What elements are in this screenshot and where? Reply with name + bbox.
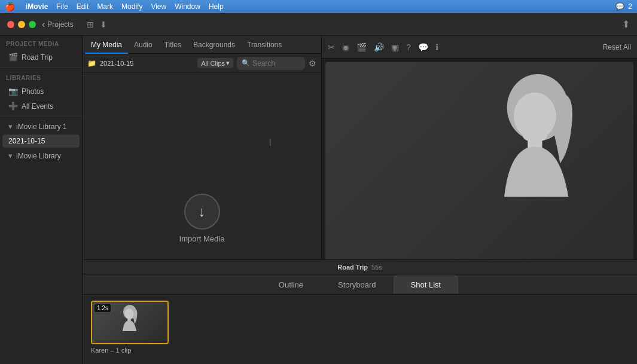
title-bar-icons: ⊞ ⬇ xyxy=(87,20,107,29)
tab-titles[interactable]: Titles xyxy=(159,36,187,54)
menu-view[interactable]: View xyxy=(151,2,166,11)
sidebar-divider-2 xyxy=(0,116,82,117)
sidebar-item-date[interactable]: 2021-10-15 xyxy=(2,134,80,148)
title-bar: Projects ⊞ ⬇ ⬆ xyxy=(0,13,637,36)
search-box[interactable]: 🔍 xyxy=(237,57,305,70)
reset-all-button[interactable]: Reset All xyxy=(603,43,631,51)
menu-window[interactable]: Window xyxy=(175,2,200,11)
sidebar-item-road-trip[interactable]: 🎬 Road Trip xyxy=(2,50,80,64)
photos-label: Photos xyxy=(22,87,44,96)
clip-item: 1.2s Karen – 1 clip xyxy=(91,301,169,354)
notification-icon: 💬 xyxy=(615,2,624,11)
tab-shot-list[interactable]: Shot List xyxy=(394,276,459,293)
clip-icon[interactable]: 🎬 xyxy=(356,42,367,52)
chevron-right-icon: ▾ xyxy=(8,151,13,160)
menu-bar: 🍎 iMovie File Edit Mark Modify View Wind… xyxy=(0,0,637,13)
tab-backgrounds[interactable]: Backgrounds xyxy=(187,36,241,54)
apple-icon[interactable]: 🍎 xyxy=(5,2,15,11)
media-tab-bar: My Media Audio Titles Backgrounds Transi… xyxy=(83,36,321,54)
media-toolbar: 📁 2021-10-15 All Clips ▾ 🔍 ⚙ xyxy=(83,54,321,73)
sidebar-item-imovie-library[interactable]: ▾ iMovie Library xyxy=(2,149,80,163)
menu-help[interactable]: Help xyxy=(209,2,224,11)
character-silhouette xyxy=(478,74,598,241)
libraries-label: LIBRARIES xyxy=(0,70,82,84)
projects-label: Projects xyxy=(47,20,73,29)
question-icon[interactable]: ? xyxy=(406,42,411,52)
photos-icon: 📷 xyxy=(8,87,18,96)
sidebar-divider-1 xyxy=(0,67,82,68)
maximize-button[interactable] xyxy=(29,21,36,28)
project-label-bar: Road Trip 55s xyxy=(83,260,637,274)
project-duration: 55s xyxy=(371,264,382,271)
project-name: Road Trip xyxy=(337,264,368,271)
tab-my-media[interactable]: My Media xyxy=(85,36,128,54)
all-events-label: All Events xyxy=(22,102,53,111)
menu-mark[interactable]: Mark xyxy=(97,2,113,11)
share-icon[interactable]: ⬆ xyxy=(622,19,630,30)
date-label: 2021-10-15 xyxy=(8,137,45,145)
import-icon[interactable]: ⬇ xyxy=(100,20,107,29)
tab-storyboard[interactable]: Storyboard xyxy=(321,276,394,293)
bottom-section: Road Trip 55s Outline Storyboard Shot Li… xyxy=(83,259,637,364)
clip-time-badge: 1.2s xyxy=(95,304,111,312)
menu-right: 💬 2 xyxy=(615,2,632,11)
project-media-label: PROJECT MEDIA xyxy=(0,36,82,50)
clip-selector-chevron: ▾ xyxy=(226,59,230,67)
events-icon: ➕ xyxy=(8,102,18,111)
film-icon: 🎬 xyxy=(8,53,18,62)
chevron-down-icon: ▾ xyxy=(8,122,13,131)
close-button[interactable] xyxy=(7,21,14,28)
gear-icon[interactable]: ⚙ xyxy=(309,59,316,68)
crop-icon[interactable]: ✂ xyxy=(328,42,335,52)
menu-file[interactable]: File xyxy=(56,2,68,11)
tab-transitions[interactable]: Transitions xyxy=(241,36,288,54)
sidebar-item-imovie-library-1[interactable]: ▾ iMovie Library 1 xyxy=(2,120,80,133)
cursor-position: | xyxy=(269,137,271,146)
imovie-library-1-label: iMovie Library 1 xyxy=(16,123,67,131)
clip-selector-label: All Clips xyxy=(201,60,225,67)
import-media-button[interactable]: ↓ Import Media xyxy=(179,194,225,243)
clip-label: Karen – 1 clip xyxy=(91,347,131,354)
svg-point-5 xyxy=(124,308,133,319)
media-date: 2021-10-15 xyxy=(100,60,133,67)
imovie-library-label: iMovie Library xyxy=(16,152,61,160)
notification-count: 2 xyxy=(628,2,632,11)
folder-icon: 📁 xyxy=(87,59,96,68)
clip-selector[interactable]: All Clips ▾ xyxy=(197,58,233,68)
minimize-button[interactable] xyxy=(18,21,25,28)
timeline-area: 1.2s Karen – 1 clip xyxy=(83,295,637,364)
volume-icon[interactable]: 🔊 xyxy=(374,42,384,52)
import-arrow-icon: ↓ xyxy=(199,203,206,220)
magic-icon[interactable]: ◉ xyxy=(342,42,349,52)
sidebar-item-photos[interactable]: 📷 Photos xyxy=(2,84,80,98)
search-icon: 🔍 xyxy=(242,59,250,67)
projects-button[interactable]: Projects xyxy=(42,19,74,30)
speech-icon[interactable]: 💬 xyxy=(418,42,428,52)
bars-icon[interactable]: ▦ xyxy=(391,42,399,52)
info-icon[interactable]: ℹ xyxy=(435,42,438,52)
sidebar: PROJECT MEDIA 🎬 Road Trip LIBRARIES 📷 Ph… xyxy=(0,36,83,364)
sidebar-item-all-events[interactable]: ➕ All Events xyxy=(2,99,80,113)
tab-audio[interactable]: Audio xyxy=(128,36,159,54)
menu-app[interactable]: iMovie xyxy=(26,2,48,11)
tab-outline[interactable]: Outline xyxy=(261,276,321,293)
preview-toolbar: ✂ ◉ 🎬 🔊 ▦ ? 💬 ℹ Reset All xyxy=(322,36,637,59)
grid-view-icon[interactable]: ⊞ xyxy=(87,20,94,29)
menu-modify[interactable]: Modify xyxy=(121,2,142,11)
clip-silhouette xyxy=(106,305,154,341)
road-trip-label: Road Trip xyxy=(22,53,53,62)
bottom-tab-bar: Outline Storyboard Shot List xyxy=(83,274,637,295)
clip-strip: 1.2s Karen – 1 clip xyxy=(91,301,629,354)
import-label: Import Media xyxy=(179,234,225,243)
clip-thumbnail[interactable]: 1.2s xyxy=(91,301,169,344)
search-input[interactable] xyxy=(252,59,300,68)
menu-edit[interactable]: Edit xyxy=(77,2,89,11)
svg-point-3 xyxy=(523,129,547,142)
traffic-lights xyxy=(7,21,36,28)
import-circle: ↓ xyxy=(184,194,220,230)
